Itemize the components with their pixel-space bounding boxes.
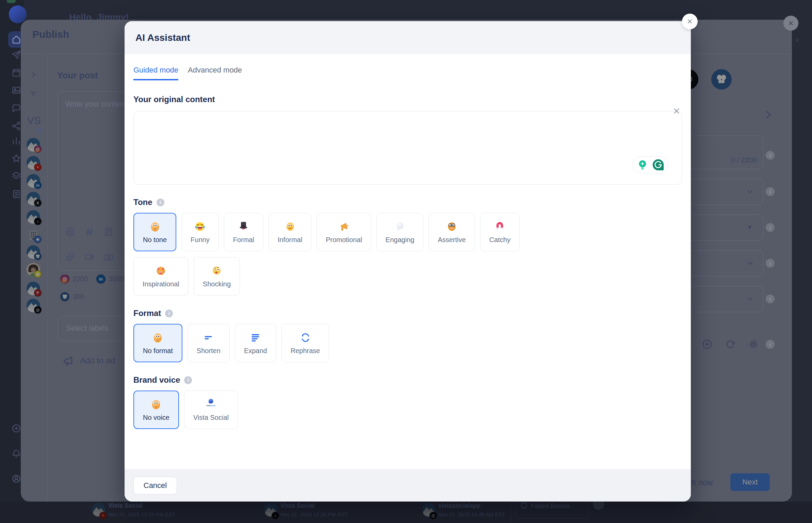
post-account-name: vistasocialapp xyxy=(438,502,481,509)
post-account-name: Vista Social xyxy=(280,502,315,509)
sidebar-decoration xyxy=(7,0,16,3)
app-logo-icon xyxy=(9,5,27,23)
plus-icon[interactable] xyxy=(11,423,21,433)
profile-avatar-youtube[interactable] xyxy=(27,156,40,170)
screen: Hello, Jimmy! Failed Boosts Vista Social… xyxy=(0,0,812,523)
original-content-input[interactable] xyxy=(134,111,682,184)
collapse-chevron-icon[interactable] xyxy=(30,71,37,78)
add-to-ad-row[interactable]: Add to ad xyxy=(62,355,115,366)
grammarly-logo-icon[interactable] xyxy=(652,158,665,171)
profile-avatar-x[interactable]: X xyxy=(27,192,40,205)
info-icon: i xyxy=(766,151,775,160)
your-post-title: Your post xyxy=(57,70,98,81)
tab-advanced-mode[interactable]: Advanced mode xyxy=(188,66,242,80)
tone-option-promotional[interactable]: Promotional xyxy=(316,213,371,251)
calendar-icon[interactable] xyxy=(11,67,21,78)
scheduled-post-item[interactable]: @vistasocialappNov 21, 2025 10:36 AM EST xyxy=(422,502,565,523)
layers-icon[interactable] xyxy=(11,171,21,181)
profile-avatar-linkedin[interactable]: in xyxy=(27,174,40,188)
ai-tabs: Guided mode Advanced mode xyxy=(133,66,682,80)
scheduled-post-item[interactable]: Vista SocialNov 21, 2025 12:28 PM EST xyxy=(92,502,235,523)
brand-voice-label: Brand voice xyxy=(133,375,180,385)
caret-down-icon xyxy=(746,223,754,232)
refresh-icon[interactable] xyxy=(725,338,736,350)
svg-text:vistasocial: vistasocial xyxy=(207,405,216,407)
threads-badge-icon: @ xyxy=(34,306,42,314)
bluesky-badge-icon xyxy=(34,253,42,260)
doc-icon[interactable] xyxy=(103,227,114,237)
home-icon[interactable] xyxy=(11,34,21,45)
tone-option-assertive[interactable]: Assertive xyxy=(428,213,475,251)
smiley-icon[interactable] xyxy=(65,227,76,237)
card-label: Promotional xyxy=(326,236,362,244)
gear-icon[interactable] xyxy=(748,338,759,350)
tone-option-catchy[interactable]: Catchy xyxy=(480,213,520,251)
format-option-expand[interactable]: Expand xyxy=(235,324,276,362)
promotional-icon xyxy=(338,220,350,233)
tone-option-inspirational[interactable]: Inspirational xyxy=(133,257,189,296)
panel-chevron-right-icon[interactable] xyxy=(763,109,774,121)
inspirational-icon xyxy=(155,265,167,277)
char-counter: 0 / 2200 xyxy=(731,156,757,164)
app-sidebar xyxy=(0,0,24,523)
assertive-icon xyxy=(445,220,458,233)
format-option-no-format[interactable]: No format xyxy=(133,324,182,362)
tone-option-no-tone[interactable]: No tone xyxy=(133,213,176,251)
filter-icon[interactable] xyxy=(28,90,38,98)
cancel-button[interactable]: Cancel xyxy=(133,477,177,494)
tone-option-shocking[interactable]: Shocking xyxy=(194,257,240,296)
youtube-badge-icon xyxy=(34,163,42,171)
profile-avatar-instagram[interactable] xyxy=(27,138,40,152)
link-icon[interactable] xyxy=(65,252,76,262)
tone-option-engaging[interactable]: Engaging xyxy=(376,213,424,251)
add-to-ad-label: Add to ad xyxy=(80,356,115,365)
info-icon: i xyxy=(766,340,775,349)
card-label: Engaging xyxy=(386,236,415,244)
profile-avatar-threads[interactable]: @ xyxy=(27,299,40,312)
card-label: Shorten xyxy=(197,347,221,355)
card-label: Assertive xyxy=(438,236,466,244)
media-icon[interactable] xyxy=(11,85,21,95)
clear-content-icon[interactable] xyxy=(672,107,681,115)
format-label: Format xyxy=(133,308,161,318)
profile-avatar-google-business[interactable] xyxy=(27,228,40,242)
threads-badge-icon: @ xyxy=(429,512,437,519)
divider xyxy=(47,54,48,502)
hashtag-icon[interactable] xyxy=(84,227,95,237)
analytics-icon[interactable] xyxy=(11,136,21,146)
tasks-icon[interactable] xyxy=(11,189,21,199)
video-icon[interactable] xyxy=(84,252,95,262)
format-option-shorten[interactable]: Shorten xyxy=(188,324,230,362)
send-icon[interactable] xyxy=(11,50,21,60)
grammarly-suggestions-icon[interactable] xyxy=(636,158,649,171)
camera-icon[interactable] xyxy=(103,252,114,262)
card-label: No tone xyxy=(143,236,167,244)
next-button[interactable]: Next xyxy=(730,473,770,491)
scheduled-post-item[interactable]: ♪Vista SocialNov 21, 2025 12:28 PM EST xyxy=(264,502,407,523)
card-label: Expand xyxy=(244,347,267,355)
format-option-rephrase[interactable]: Rephrase xyxy=(281,324,329,362)
profile-avatar-tiktok[interactable]: ♪ xyxy=(27,210,40,224)
app-close-icon[interactable] xyxy=(794,37,802,45)
tone-option-informal[interactable]: Informal xyxy=(269,213,311,251)
plus-icon[interactable] xyxy=(701,338,713,350)
chat-icon[interactable] xyxy=(11,103,21,113)
brand-voice-option-no-voice[interactable]: No voice xyxy=(133,391,179,429)
tone-option-funny[interactable]: Funny xyxy=(181,213,219,251)
original-content-wrapper xyxy=(133,111,682,185)
bell-icon[interactable] xyxy=(11,448,21,459)
connections-icon[interactable] xyxy=(11,121,21,131)
ai-close-button[interactable] xyxy=(682,14,698,29)
profile-icon[interactable] xyxy=(11,474,21,484)
star-icon[interactable] xyxy=(11,153,21,163)
publish-close-button[interactable] xyxy=(783,16,798,31)
tone-option-formal[interactable]: Formal xyxy=(224,213,263,251)
tab-guided-mode[interactable]: Guided mode xyxy=(133,66,178,80)
profile-avatar-bluesky[interactable] xyxy=(27,245,40,259)
bluesky-network-icon[interactable] xyxy=(711,69,732,90)
tone-options-row2: InspirationalShocking xyxy=(133,257,682,296)
profile-avatar-pinterest[interactable]: P xyxy=(27,282,40,295)
no-tone-icon xyxy=(150,398,162,411)
profile-avatar-snapchat[interactable] xyxy=(27,263,40,276)
brand-voice-option-vista-social[interactable]: vistasocialVista Social xyxy=(184,391,238,429)
